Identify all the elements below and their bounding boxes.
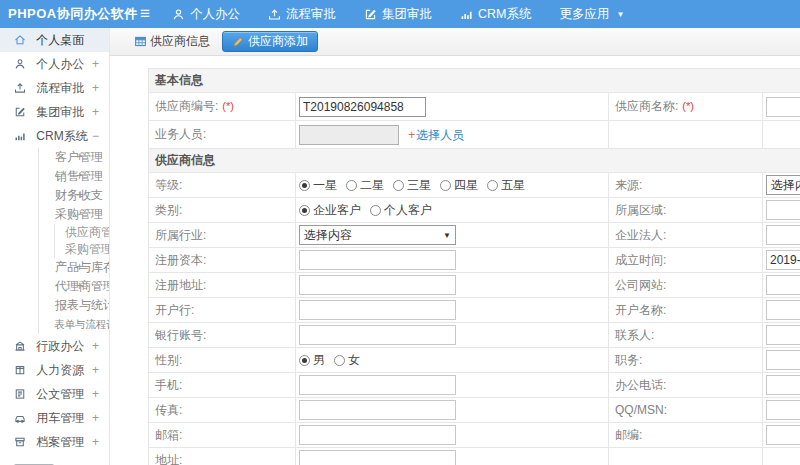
expand-icon[interactable]: +	[76, 186, 83, 205]
purchase-submenu: 供应商管理 采购管理	[54, 224, 109, 258]
bank-input[interactable]	[299, 300, 456, 320]
sidebar-item-purchase-mgmt[interactable]: 采购管理 −	[39, 205, 109, 224]
office-phone-input[interactable]	[766, 375, 800, 395]
source-select[interactable]: 选择内容▼	[766, 175, 800, 195]
tab-supplier-info[interactable]: 供应商信息	[134, 33, 210, 50]
level-label: 等级:	[149, 173, 296, 198]
topnav-more-apps[interactable]: 更多应用 ▼	[559, 6, 624, 23]
supplier-code-input[interactable]	[299, 97, 426, 117]
topnav-group-approval[interactable]: 集团审批	[364, 6, 432, 23]
level-radio-group: 一星 二星 三星 四星 五星	[299, 177, 525, 194]
supplier-code-label: 供应商编号:(*)	[149, 93, 296, 121]
archive-icon	[14, 436, 26, 448]
sidebar-item-personal-office[interactable]: 个人办公 +	[0, 52, 109, 76]
expand-icon[interactable]: +	[92, 52, 99, 76]
expand-icon[interactable]: +	[92, 430, 99, 454]
registered-address-input[interactable]	[299, 275, 456, 295]
expand-icon[interactable]: +	[76, 167, 83, 186]
form-panel: 基本信息 供应商编号:(*) 供应商名称:(*) 业务人员:	[110, 56, 800, 465]
topnav-workflow-approval[interactable]: 流程审批	[268, 6, 336, 23]
sidebar-item-reports-stats[interactable]: 报表与统计	[39, 296, 109, 315]
postcode-input[interactable]	[766, 425, 800, 445]
founded-date-input[interactable]	[766, 250, 800, 270]
bank-account-input[interactable]	[299, 325, 456, 345]
supplier-add-form: 基本信息 供应商编号:(*) 供应商名称:(*) 业务人员:	[148, 68, 800, 465]
expand-icon[interactable]: +	[76, 148, 83, 167]
user-icon	[14, 58, 26, 70]
registered-capital-input[interactable]	[299, 250, 456, 270]
contact-input[interactable]	[766, 325, 800, 345]
staff-input[interactable]	[299, 125, 399, 145]
topnav-personal-office[interactable]: 个人办公	[172, 6, 240, 23]
radio-icon	[440, 180, 451, 191]
expand-icon[interactable]: +	[92, 358, 99, 382]
radio-category-personal[interactable]: 个人客户	[370, 202, 432, 219]
menu-toggle-icon[interactable]: ≡	[132, 0, 158, 28]
sidebar-item-product-inventory[interactable]: 产品与库存 +	[39, 258, 109, 277]
sidebar-item-human-resources[interactable]: 人力资源 +	[0, 358, 109, 382]
section-title-supplier-info: 供应商信息	[149, 149, 800, 173]
radio-level-4[interactable]: 四星	[440, 177, 478, 194]
office-phone-label: 办公电话:	[609, 373, 763, 398]
expand-icon[interactable]: +	[92, 76, 99, 100]
qq-msn-input[interactable]	[766, 400, 800, 420]
address-input[interactable]	[299, 450, 456, 465]
pick-staff-link[interactable]: +选择人员	[408, 128, 464, 142]
user-icon	[172, 8, 185, 21]
tab-supplier-add[interactable]: 供应商添加	[222, 31, 318, 52]
upload-icon	[14, 82, 26, 94]
website-input[interactable]	[766, 275, 800, 295]
expand-icon[interactable]: +	[92, 334, 99, 358]
expand-icon[interactable]: +	[92, 100, 99, 124]
empty-cell	[763, 448, 800, 465]
expand-icon[interactable]: +	[92, 406, 99, 430]
empty-cell	[609, 448, 763, 465]
region-input[interactable]	[766, 200, 800, 220]
sidebar-item-workflow-approval[interactable]: 流程审批 +	[0, 76, 109, 100]
sidebar-item-group-approval[interactable]: 集团审批 +	[0, 100, 109, 124]
collapse-icon[interactable]: −	[92, 124, 99, 148]
sidebar-item-procurement-mgmt[interactable]: 采购管理	[55, 241, 109, 258]
position-input[interactable]	[766, 350, 800, 370]
sidebar-item-agent-mgmt[interactable]: 代理商管理 +	[39, 277, 109, 296]
sidebar-item-customer-mgmt[interactable]: 客户管理 +	[39, 148, 109, 167]
collapse-icon[interactable]: −	[76, 205, 83, 224]
mobile-input[interactable]	[299, 375, 456, 395]
email-input[interactable]	[299, 425, 456, 445]
expand-icon[interactable]: +	[76, 258, 83, 277]
sidebar-item-personal-desktop[interactable]: 个人桌面	[0, 28, 109, 52]
radio-level-1[interactable]: 一星	[299, 177, 337, 194]
radio-gender-female[interactable]: 女	[334, 352, 360, 369]
sidebar-item-supplier-mgmt[interactable]: 供应商管理	[55, 224, 109, 241]
gender-radio-group: 男 女	[299, 352, 360, 369]
sidebar-item-partial[interactable]	[0, 456, 109, 465]
sidebar-item-form-flow-settings[interactable]: 表单与流程设置+	[39, 315, 109, 334]
website-label: 公司网站:	[609, 273, 763, 298]
sidebar-item-sales-mgmt[interactable]: 销售管理 +	[39, 167, 109, 186]
account-name-input[interactable]	[766, 300, 800, 320]
radio-category-company[interactable]: 企业客户	[299, 202, 361, 219]
address-label: 地址:	[149, 448, 296, 465]
sidebar-item-vehicle-mgmt[interactable]: 用车管理 +	[0, 406, 109, 430]
expand-icon[interactable]: +	[92, 382, 99, 406]
topnav-crm-system[interactable]: CRM系统	[460, 6, 531, 23]
sidebar-item-finance[interactable]: 财务收支 +	[39, 186, 109, 205]
radio-level-2[interactable]: 二星	[346, 177, 384, 194]
radio-level-3[interactable]: 三星	[393, 177, 431, 194]
radio-icon	[346, 180, 357, 191]
supplier-name-input[interactable]	[766, 97, 800, 117]
sidebar-item-admin-office[interactable]: 行政办公 +	[0, 334, 109, 358]
sidebar-item-archive-mgmt[interactable]: 档案管理 +	[0, 430, 109, 454]
expand-icon[interactable]: +	[76, 277, 83, 296]
radio-level-5[interactable]: 五星	[487, 177, 525, 194]
industry-label: 所属行业:	[149, 223, 296, 248]
radio-gender-male[interactable]: 男	[299, 352, 325, 369]
fax-input[interactable]	[299, 400, 456, 420]
legal-person-label: 企业法人:	[609, 223, 763, 248]
industry-select[interactable]: 选择内容▼	[299, 225, 456, 245]
sidebar-item-crm-system[interactable]: CRM系统 −	[0, 124, 109, 148]
bank-label: 开户行:	[149, 298, 296, 323]
legal-person-input[interactable]	[766, 225, 800, 245]
founded-date-label: 成立时间:	[609, 248, 763, 273]
sidebar-item-document-mgmt[interactable]: 公文管理 +	[0, 382, 109, 406]
